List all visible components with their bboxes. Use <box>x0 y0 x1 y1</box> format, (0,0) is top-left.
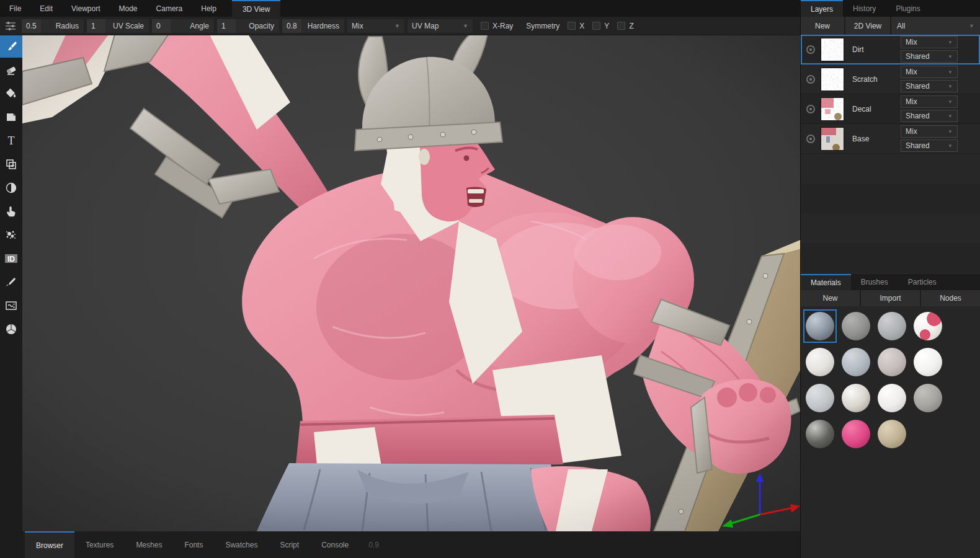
menu-mode[interactable]: Mode <box>110 0 147 17</box>
material-swatch[interactable] <box>912 383 943 414</box>
layer-uvmap-dropdown[interactable]: Shared▼ <box>901 80 958 92</box>
tab-fonts[interactable]: Fonts <box>173 531 214 558</box>
menu-edit[interactable]: Edit <box>30 0 62 17</box>
visibility-eye-icon[interactable] <box>804 134 817 144</box>
material-swatch[interactable] <box>876 418 907 450</box>
layer-filter-dropdown[interactable]: All ▼ <box>891 17 980 35</box>
material-swatch[interactable] <box>804 311 835 342</box>
bottom-tabbar: Browser Textures Meshes Fonts Swatches S… <box>22 531 800 558</box>
material-tool-button[interactable] <box>0 318 22 340</box>
brush-toolbar: 0.5 Radius 1 UV Scale 0 Angle 1 Opacity … <box>0 17 800 35</box>
import-material-button[interactable]: Import <box>861 290 920 306</box>
tab-layers[interactable]: Layers <box>801 0 843 17</box>
tab-browser[interactable]: Browser <box>25 531 74 558</box>
layer-row-scratch[interactable]: Scratch Mix▼ Shared▼ <box>801 64 980 94</box>
chevron-down-icon: ▼ <box>969 23 974 29</box>
tab-textures[interactable]: Textures <box>74 531 125 558</box>
opacity-slider[interactable]: 1 Opacity <box>217 19 279 33</box>
2d-view-button[interactable]: 2D View <box>845 17 890 35</box>
layer-row-base[interactable]: Base Mix▼ Shared▼ <box>801 124 980 154</box>
opacity-label: Opacity <box>249 22 279 30</box>
material-swatch[interactable] <box>876 311 907 342</box>
uv-scale-slider[interactable]: 1 UV Scale <box>87 19 149 33</box>
material-swatch[interactable] <box>840 347 871 378</box>
tab-console[interactable]: Console <box>310 531 360 558</box>
text-tool-button[interactable]: T <box>0 130 22 152</box>
tab-particles[interactable]: Particles <box>898 274 947 290</box>
viewport-3d[interactable] <box>22 35 800 531</box>
material-swatch[interactable] <box>804 418 835 450</box>
text-icon: T <box>5 135 17 147</box>
material-swatch[interactable] <box>840 418 871 450</box>
symmetry-z-checkbox[interactable] <box>617 22 625 30</box>
material-swatch[interactable] <box>840 383 871 414</box>
visibility-eye-icon[interactable] <box>804 104 817 114</box>
empty-layer-slots <box>801 154 980 274</box>
layer-blend-dropdown[interactable]: Mix▼ <box>901 66 958 78</box>
tab-script[interactable]: Script <box>269 531 310 558</box>
layer-uvmap-dropdown[interactable]: Shared▼ <box>901 140 958 152</box>
material-swatch[interactable] <box>804 347 835 378</box>
blur-tool-button[interactable] <box>0 177 22 199</box>
layer-blend-dropdown[interactable]: Mix▼ <box>901 95 958 108</box>
hardness-slider[interactable]: 0.8 Hardness <box>282 19 344 33</box>
new-layer-button[interactable]: New <box>801 17 844 35</box>
material-swatch[interactable] <box>840 311 871 342</box>
menu-camera[interactable]: Camera <box>147 0 192 17</box>
tab-plugins[interactable]: Plugins <box>886 0 930 17</box>
uv-map-dropdown[interactable]: UV Map ▼ <box>408 19 473 33</box>
material-swatch[interactable] <box>804 383 835 414</box>
bake-tool-button[interactable] <box>0 294 22 317</box>
tab-materials[interactable]: Materials <box>801 274 851 290</box>
tab-brushes[interactable]: Brushes <box>851 274 898 290</box>
menu-file[interactable]: File <box>0 0 30 17</box>
xray-checkbox[interactable] <box>481 22 489 30</box>
angle-slider[interactable]: 0 Angle <box>152 19 214 33</box>
material-swatch[interactable] <box>876 347 907 378</box>
blend-mode-dropdown[interactable]: Mix ▼ <box>347 19 404 33</box>
menu-viewport[interactable]: Viewport <box>62 0 109 17</box>
visibility-eye-icon[interactable] <box>804 74 817 84</box>
chevron-down-icon: ▼ <box>948 84 953 89</box>
tool-settings-icon[interactable] <box>2 19 19 33</box>
layer-blend-dropdown[interactable]: Mix▼ <box>901 36 958 48</box>
radius-slider[interactable]: 0.5 Radius <box>22 19 84 33</box>
eraser-tool-button[interactable] <box>0 59 22 81</box>
uv-map-value: UV Map <box>412 22 439 30</box>
layer-blend-dropdown[interactable]: Mix▼ <box>901 125 958 138</box>
brush-tool-button[interactable] <box>0 35 22 58</box>
armorpaint-window: File Edit Viewport Mode Camera Help 3D V… <box>0 0 980 558</box>
tab-history[interactable]: History <box>843 0 886 17</box>
tab-swatches[interactable]: Swatches <box>214 531 269 558</box>
colorid-tool-button[interactable]: ID <box>0 247 22 270</box>
layer-row-dirt[interactable]: Dirt Mix▼ Shared▼ <box>801 35 980 64</box>
layer-row-decal[interactable]: Decal Mix▼ Shared▼ <box>801 94 980 124</box>
layer-thumbnail <box>821 68 844 91</box>
particle-tool-button[interactable] <box>0 224 22 246</box>
tab-meshes[interactable]: Meshes <box>125 531 173 558</box>
svg-text:ID: ID <box>7 255 15 264</box>
colorid-icon: ID <box>4 252 18 265</box>
visibility-eye-icon[interactable] <box>804 45 817 55</box>
layer-name: Base <box>852 135 901 143</box>
layer-uvmap-dropdown[interactable]: Shared▼ <box>901 50 958 63</box>
clone-tool-button[interactable] <box>0 153 22 175</box>
smudge-tool-button[interactable] <box>0 200 22 223</box>
angle-value: 0 <box>152 19 171 33</box>
symmetry-y-checkbox[interactable] <box>592 22 600 30</box>
layer-uvmap-dropdown[interactable]: Shared▼ <box>901 110 958 122</box>
fill-tool-button[interactable] <box>0 82 22 105</box>
picker-tool-button[interactable] <box>0 271 22 293</box>
chevron-down-icon: ▼ <box>948 69 953 75</box>
new-material-button[interactable]: New <box>801 290 860 306</box>
decal-tool-button[interactable] <box>0 106 22 128</box>
nodes-button[interactable]: Nodes <box>921 290 980 306</box>
menu-help[interactable]: Help <box>192 0 226 17</box>
material-swatch[interactable] <box>876 383 907 414</box>
tab-3d-view[interactable]: 3D View <box>232 0 280 17</box>
material-swatch[interactable] <box>912 311 943 342</box>
material-swatch[interactable] <box>912 347 943 378</box>
layer-name: Scratch <box>852 75 901 84</box>
symmetry-label: Symmetry <box>526 22 559 30</box>
symmetry-x-checkbox[interactable] <box>568 22 576 30</box>
